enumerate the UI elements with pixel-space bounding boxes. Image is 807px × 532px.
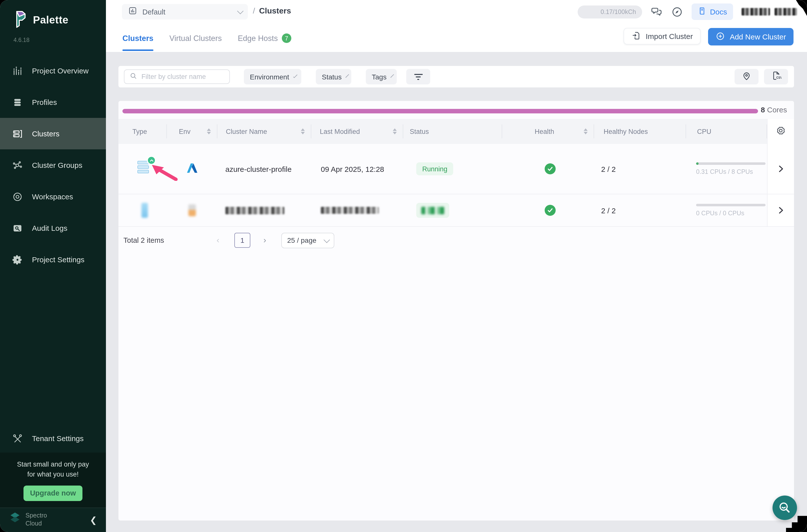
tags-filter[interactable]: Tags	[366, 69, 397, 84]
page-body: Environment Status Tags	[106, 52, 807, 532]
sidebar-item-profiles[interactable]: Profiles	[0, 87, 106, 118]
sidebar-item-label: Tenant Settings	[32, 434, 84, 442]
app-version: 4.6.18	[14, 37, 30, 43]
cell-cluster-name[interactable]	[218, 194, 311, 226]
collapse-sidebar-icon[interactable]: ❮	[90, 515, 97, 525]
pagination: Total 2 items ‹ 1 › 25 / page	[118, 225, 794, 256]
cell-health	[502, 194, 594, 226]
add-new-cluster-button[interactable]: Add New Cluster	[708, 28, 793, 45]
svg-text:CSV: CSV	[776, 76, 781, 79]
audit-log-icon	[12, 223, 23, 233]
environment-filter[interactable]: Environment	[244, 69, 301, 84]
search-input[interactable]	[142, 73, 221, 80]
column-header-status[interactable]: Status	[403, 119, 502, 144]
cell-cluster-name[interactable]: azure-cluster-profile	[218, 144, 311, 194]
total-items-label: Total 2 items	[124, 236, 164, 244]
sidebar-item-tenant-settings[interactable]: Tenant Settings	[0, 423, 106, 454]
sidebar-item-label: Clusters	[32, 129, 59, 138]
feedback-search-button[interactable]	[772, 496, 797, 520]
header-actions: Import Cluster Add New Cluster	[624, 28, 794, 45]
project-scope-select[interactable]: Default	[122, 4, 248, 19]
export-csv-button[interactable]: CSV	[764, 69, 788, 84]
topbar-right: 0.17/100kCh Docs	[578, 0, 797, 23]
import-cluster-button[interactable]: Import Cluster	[624, 28, 701, 44]
sidebar-item-label: Cluster Groups	[32, 161, 82, 169]
palette-logo-icon	[13, 9, 28, 31]
cluster-search[interactable]	[124, 70, 230, 84]
import-file-icon	[632, 31, 641, 42]
chevron-down-icon	[237, 8, 243, 14]
compass-icon[interactable]	[671, 6, 683, 18]
more-filters-button[interactable]	[406, 69, 430, 84]
previous-page-icon[interactable]: ‹	[217, 235, 219, 245]
sidebar-item-project-settings[interactable]: Project Settings	[0, 244, 106, 275]
sidebar-item-label: Profiles	[32, 98, 57, 107]
plus-circle-icon	[716, 31, 725, 42]
sidebar-item-cluster-groups[interactable]: Cluster Groups	[0, 149, 106, 181]
row-expand-button[interactable]	[767, 194, 794, 226]
tab-clusters[interactable]: Clusters	[123, 34, 153, 51]
chat-icon[interactable]	[651, 6, 662, 18]
upsell-text: Start small and only pay for what you us…	[0, 460, 106, 480]
column-header-cpu[interactable]: CPU	[686, 119, 767, 144]
cell-healthy-nodes: 2 / 2	[594, 194, 686, 226]
cell-status: Running	[403, 144, 502, 194]
breadcrumb: /Clusters	[253, 6, 291, 16]
cell-type	[118, 194, 167, 226]
cell-cpu: 0 CPUs / 0 CPUs	[686, 194, 767, 226]
chevron-right-icon	[777, 165, 784, 173]
sidebar-item-label: Project Settings	[32, 255, 85, 264]
map-view-button[interactable]	[734, 69, 758, 84]
row-expand-button[interactable]	[767, 144, 794, 194]
clusters-panel: 8 Cores Type Env Cluster Name Last Modif…	[118, 101, 794, 520]
column-header-cluster-name[interactable]: Cluster Name	[218, 119, 311, 144]
page-size-select[interactable]: 25 / page	[281, 232, 334, 248]
sidebar-item-clusters[interactable]: Clusters	[0, 118, 106, 149]
docs-button[interactable]: Docs	[692, 3, 733, 20]
next-page-icon[interactable]: ›	[263, 235, 266, 245]
sort-icon[interactable]	[207, 128, 211, 134]
page-number-button[interactable]: 1	[234, 233, 250, 248]
search-icon	[129, 72, 137, 82]
chevron-down-icon	[293, 74, 298, 78]
redacted-type-icon	[142, 203, 148, 218]
annotation-arrow	[150, 164, 179, 181]
sidebar-nav: Project Overview Profiles	[0, 55, 106, 275]
sidebar-item-audit-logs[interactable]: Audit Logs	[0, 212, 106, 244]
tab-edge-hosts[interactable]: Edge Hosts 7	[238, 34, 291, 51]
sort-icon[interactable]	[393, 128, 397, 134]
brand: Palette	[13, 9, 69, 31]
book-icon	[698, 6, 707, 17]
sort-icon[interactable]	[584, 128, 588, 134]
csv-file-icon: CSV	[771, 71, 781, 83]
sort-icon[interactable]	[301, 128, 305, 134]
chevron-down-icon	[390, 74, 394, 78]
table-row[interactable]: 2 / 2 0 CPUs / 0 CPUs	[118, 194, 794, 227]
column-header-env[interactable]: Env	[167, 119, 218, 144]
cell-status	[403, 194, 502, 226]
gear-icon	[12, 254, 23, 265]
cell-last-modified: 09 Apr 2025, 12:28	[311, 144, 403, 194]
column-header-health[interactable]: Health	[502, 119, 594, 144]
redacted-user-name	[742, 8, 770, 16]
table-settings-button[interactable]	[767, 119, 794, 144]
server-stack-icon	[12, 128, 23, 139]
topbar: Default /Clusters 0.17/100kCh	[106, 0, 807, 52]
column-header-healthy-nodes[interactable]: Healthy Nodes	[594, 119, 686, 144]
table-row[interactable]: azure-cluster-profile 09 Apr 2025, 12:28…	[118, 144, 794, 194]
redacted-status-badge	[416, 203, 449, 218]
edge-hosts-count-badge: 7	[282, 34, 291, 43]
sidebar-item-label: Workspaces	[32, 192, 73, 201]
azure-icon	[186, 162, 199, 176]
project-scope-value: Default	[143, 8, 165, 16]
sidebar-item-project-overview[interactable]: Project Overview	[0, 55, 106, 87]
upgrade-now-button[interactable]: Upgrade now	[23, 485, 82, 501]
sidebar: Palette 4.6.18 Project Overview	[0, 0, 106, 532]
location-pin-icon	[742, 71, 752, 83]
cpu-usage-bar	[696, 204, 766, 206]
status-filter[interactable]: Status	[316, 69, 351, 84]
column-header-last-modified[interactable]: Last Modified	[311, 119, 403, 144]
tab-virtual-clusters[interactable]: Virtual Clusters	[169, 34, 222, 51]
sidebar-item-workspaces[interactable]: Workspaces	[0, 181, 106, 212]
column-header-type[interactable]: Type	[118, 119, 167, 144]
